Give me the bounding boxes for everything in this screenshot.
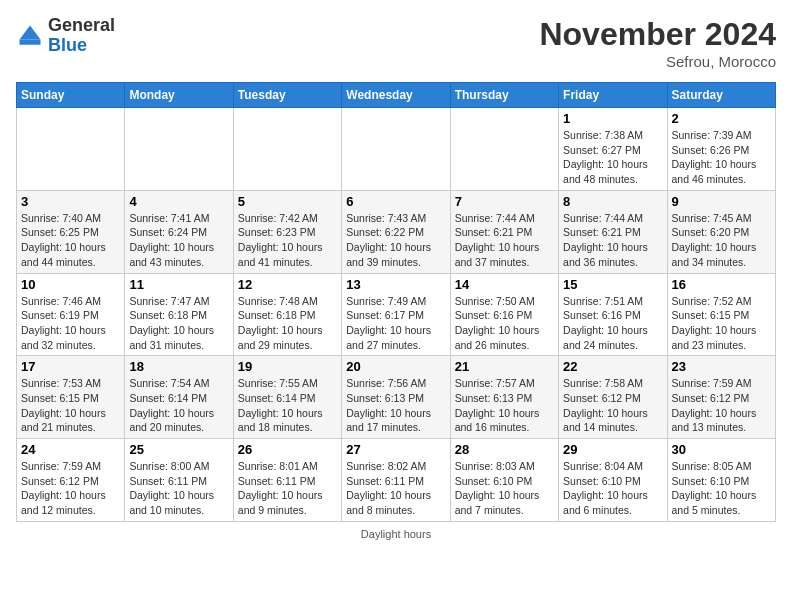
table-row: 18Sunrise: 7:54 AM Sunset: 6:14 PM Dayli… <box>125 356 233 439</box>
day-info: Sunrise: 7:47 AM Sunset: 6:18 PM Dayligh… <box>129 294 228 353</box>
svg-marker-0 <box>20 25 41 39</box>
day-number: 6 <box>346 194 445 209</box>
day-info: Sunrise: 7:55 AM Sunset: 6:14 PM Dayligh… <box>238 376 337 435</box>
day-number: 13 <box>346 277 445 292</box>
table-row: 4Sunrise: 7:41 AM Sunset: 6:24 PM Daylig… <box>125 190 233 273</box>
table-row: 7Sunrise: 7:44 AM Sunset: 6:21 PM Daylig… <box>450 190 558 273</box>
day-number: 29 <box>563 442 662 457</box>
day-info: Sunrise: 8:01 AM Sunset: 6:11 PM Dayligh… <box>238 459 337 518</box>
col-sunday: Sunday <box>17 83 125 108</box>
table-row <box>125 108 233 191</box>
day-info: Sunrise: 7:39 AM Sunset: 6:26 PM Dayligh… <box>672 128 771 187</box>
logo: General Blue <box>16 16 115 56</box>
day-number: 28 <box>455 442 554 457</box>
table-row: 26Sunrise: 8:01 AM Sunset: 6:11 PM Dayli… <box>233 439 341 522</box>
day-number: 7 <box>455 194 554 209</box>
calendar-week-row: 24Sunrise: 7:59 AM Sunset: 6:12 PM Dayli… <box>17 439 776 522</box>
day-number: 22 <box>563 359 662 374</box>
table-row: 11Sunrise: 7:47 AM Sunset: 6:18 PM Dayli… <box>125 273 233 356</box>
day-number: 21 <box>455 359 554 374</box>
footer: Daylight hours <box>16 528 776 540</box>
day-number: 9 <box>672 194 771 209</box>
day-info: Sunrise: 7:57 AM Sunset: 6:13 PM Dayligh… <box>455 376 554 435</box>
title-block: November 2024 Sefrou, Morocco <box>539 16 776 70</box>
day-info: Sunrise: 7:46 AM Sunset: 6:19 PM Dayligh… <box>21 294 120 353</box>
col-thursday: Thursday <box>450 83 558 108</box>
table-row: 27Sunrise: 8:02 AM Sunset: 6:11 PM Dayli… <box>342 439 450 522</box>
day-number: 14 <box>455 277 554 292</box>
day-info: Sunrise: 7:48 AM Sunset: 6:18 PM Dayligh… <box>238 294 337 353</box>
table-row: 22Sunrise: 7:58 AM Sunset: 6:12 PM Dayli… <box>559 356 667 439</box>
calendar: Sunday Monday Tuesday Wednesday Thursday… <box>16 82 776 522</box>
col-tuesday: Tuesday <box>233 83 341 108</box>
day-info: Sunrise: 7:52 AM Sunset: 6:15 PM Dayligh… <box>672 294 771 353</box>
day-number: 20 <box>346 359 445 374</box>
col-friday: Friday <box>559 83 667 108</box>
calendar-week-row: 17Sunrise: 7:53 AM Sunset: 6:15 PM Dayli… <box>17 356 776 439</box>
table-row: 5Sunrise: 7:42 AM Sunset: 6:23 PM Daylig… <box>233 190 341 273</box>
day-info: Sunrise: 7:38 AM Sunset: 6:27 PM Dayligh… <box>563 128 662 187</box>
day-info: Sunrise: 7:44 AM Sunset: 6:21 PM Dayligh… <box>455 211 554 270</box>
table-row: 20Sunrise: 7:56 AM Sunset: 6:13 PM Dayli… <box>342 356 450 439</box>
day-number: 23 <box>672 359 771 374</box>
table-row: 21Sunrise: 7:57 AM Sunset: 6:13 PM Dayli… <box>450 356 558 439</box>
day-number: 26 <box>238 442 337 457</box>
col-wednesday: Wednesday <box>342 83 450 108</box>
table-row <box>17 108 125 191</box>
location: Sefrou, Morocco <box>539 53 776 70</box>
month-title: November 2024 <box>539 16 776 53</box>
day-info: Sunrise: 7:51 AM Sunset: 6:16 PM Dayligh… <box>563 294 662 353</box>
calendar-week-row: 1Sunrise: 7:38 AM Sunset: 6:27 PM Daylig… <box>17 108 776 191</box>
day-number: 4 <box>129 194 228 209</box>
day-info: Sunrise: 8:03 AM Sunset: 6:10 PM Dayligh… <box>455 459 554 518</box>
day-number: 30 <box>672 442 771 457</box>
day-number: 16 <box>672 277 771 292</box>
day-number: 18 <box>129 359 228 374</box>
day-info: Sunrise: 7:59 AM Sunset: 6:12 PM Dayligh… <box>672 376 771 435</box>
day-number: 19 <box>238 359 337 374</box>
table-row: 10Sunrise: 7:46 AM Sunset: 6:19 PM Dayli… <box>17 273 125 356</box>
footer-label: Daylight hours <box>361 528 431 540</box>
table-row: 3Sunrise: 7:40 AM Sunset: 6:25 PM Daylig… <box>17 190 125 273</box>
day-info: Sunrise: 7:59 AM Sunset: 6:12 PM Dayligh… <box>21 459 120 518</box>
calendar-header-row: Sunday Monday Tuesday Wednesday Thursday… <box>17 83 776 108</box>
table-row: 12Sunrise: 7:48 AM Sunset: 6:18 PM Dayli… <box>233 273 341 356</box>
table-row: 2Sunrise: 7:39 AM Sunset: 6:26 PM Daylig… <box>667 108 775 191</box>
table-row: 13Sunrise: 7:49 AM Sunset: 6:17 PM Dayli… <box>342 273 450 356</box>
day-info: Sunrise: 7:58 AM Sunset: 6:12 PM Dayligh… <box>563 376 662 435</box>
table-row: 16Sunrise: 7:52 AM Sunset: 6:15 PM Dayli… <box>667 273 775 356</box>
calendar-week-row: 3Sunrise: 7:40 AM Sunset: 6:25 PM Daylig… <box>17 190 776 273</box>
table-row: 24Sunrise: 7:59 AM Sunset: 6:12 PM Dayli… <box>17 439 125 522</box>
table-row <box>342 108 450 191</box>
logo-icon <box>16 22 44 50</box>
day-number: 3 <box>21 194 120 209</box>
table-row <box>450 108 558 191</box>
day-info: Sunrise: 7:42 AM Sunset: 6:23 PM Dayligh… <box>238 211 337 270</box>
table-row: 30Sunrise: 8:05 AM Sunset: 6:10 PM Dayli… <box>667 439 775 522</box>
table-row: 1Sunrise: 7:38 AM Sunset: 6:27 PM Daylig… <box>559 108 667 191</box>
day-number: 17 <box>21 359 120 374</box>
day-number: 5 <box>238 194 337 209</box>
logo-text: General Blue <box>48 16 115 56</box>
table-row: 9Sunrise: 7:45 AM Sunset: 6:20 PM Daylig… <box>667 190 775 273</box>
day-info: Sunrise: 8:00 AM Sunset: 6:11 PM Dayligh… <box>129 459 228 518</box>
day-number: 1 <box>563 111 662 126</box>
table-row: 25Sunrise: 8:00 AM Sunset: 6:11 PM Dayli… <box>125 439 233 522</box>
day-number: 27 <box>346 442 445 457</box>
table-row: 15Sunrise: 7:51 AM Sunset: 6:16 PM Dayli… <box>559 273 667 356</box>
day-info: Sunrise: 7:50 AM Sunset: 6:16 PM Dayligh… <box>455 294 554 353</box>
table-row: 17Sunrise: 7:53 AM Sunset: 6:15 PM Dayli… <box>17 356 125 439</box>
day-info: Sunrise: 7:45 AM Sunset: 6:20 PM Dayligh… <box>672 211 771 270</box>
day-info: Sunrise: 8:05 AM Sunset: 6:10 PM Dayligh… <box>672 459 771 518</box>
day-info: Sunrise: 7:40 AM Sunset: 6:25 PM Dayligh… <box>21 211 120 270</box>
day-info: Sunrise: 7:53 AM Sunset: 6:15 PM Dayligh… <box>21 376 120 435</box>
page-header: General Blue November 2024 Sefrou, Moroc… <box>16 16 776 70</box>
day-number: 12 <box>238 277 337 292</box>
day-info: Sunrise: 7:49 AM Sunset: 6:17 PM Dayligh… <box>346 294 445 353</box>
svg-rect-1 <box>20 39 41 44</box>
col-saturday: Saturday <box>667 83 775 108</box>
day-number: 25 <box>129 442 228 457</box>
table-row: 28Sunrise: 8:03 AM Sunset: 6:10 PM Dayli… <box>450 439 558 522</box>
day-number: 11 <box>129 277 228 292</box>
day-number: 15 <box>563 277 662 292</box>
